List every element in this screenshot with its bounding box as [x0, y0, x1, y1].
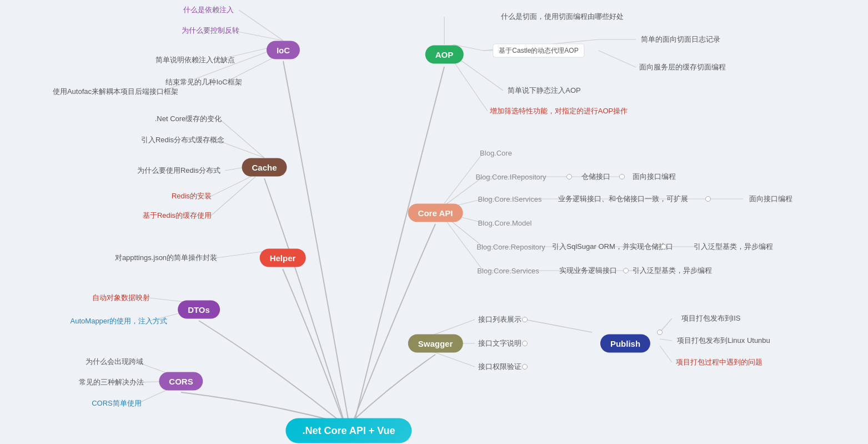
junction-circle [657, 330, 663, 335]
ioc-label-3: 简单说明依赖注入优缺点 [155, 55, 235, 65]
node-ioc[interactable]: IoC [267, 41, 300, 59]
ioc-label-5: 结束常见的几种IoC框架 [165, 77, 242, 87]
node-cache[interactable]: Cache [242, 158, 287, 177]
coreapi-label-3a: 业务逻辑接口、和仓储接口一致，可扩展 [558, 194, 688, 204]
swagger-label: Swagger [418, 339, 453, 348]
cache-label: Cache [252, 163, 277, 172]
publish-label-3: 项目打包过程中遇到的问题 [676, 357, 762, 367]
cache-label-3: 为什么要使用Redis分布式 [137, 166, 220, 176]
aop-label-4: 增加筛选特性功能，对指定的进行AOP操作 [490, 106, 628, 116]
coreapi-label-6: Blog.Core.Services [477, 267, 539, 275]
aop-label: AOP [435, 50, 454, 59]
center-label: .Net Core API + Vue [302, 425, 395, 436]
cache-label-2: 引入Redis分布式缓存概念 [141, 135, 224, 145]
dtos-label-2: AutoMapper的使用，注入方式 [71, 316, 168, 326]
ioc-label-4: 使用Autofac来解耦本项目后端接口框架 [53, 87, 178, 97]
cors-label: CORS [169, 377, 193, 386]
cache-label-1: .Net Core缓存的变化 [155, 114, 222, 124]
coreapi-label-5b: 引入泛型基类，异步编程 [694, 242, 773, 252]
publish-label: Publish [610, 339, 640, 348]
junction-circle [661, 244, 666, 250]
coreapi-label-4: Blog.Core.Model [478, 219, 532, 227]
aop-label-1: 什么是切面，使用切面编程由哪些好处 [501, 12, 624, 22]
helper-label-1: 对appttings.json的简单操作封装 [115, 253, 217, 263]
ioc-label-1: 什么是依赖注入 [183, 5, 234, 15]
swagger-label-3: 接口权限验证 [478, 362, 521, 372]
cache-label-5: 基于Redis的缓存使用 [143, 211, 212, 221]
svg-line-1 [232, 31, 283, 41]
coreapi-label-1: Blog.Core [480, 149, 512, 157]
node-cors[interactable]: CORS [159, 372, 203, 391]
dtos-label: DTOs [188, 305, 210, 315]
svg-line-41 [525, 320, 592, 332]
dtos-label-1: 自动对象数据映射 [92, 293, 150, 303]
aop-label-3: 简单说下静态注入AOP [508, 86, 580, 96]
node-coreapi[interactable]: Core API [408, 204, 463, 222]
coreapi-label: Core API [418, 208, 453, 218]
node-swagger[interactable]: Swagger [408, 335, 463, 353]
aop-box-label: 基于Castle的动态代理AOP [493, 44, 584, 58]
svg-line-17 [211, 177, 255, 216]
node-dtos[interactable]: DTOs [178, 301, 220, 319]
junction-circle [522, 364, 528, 370]
ioc-label-2: 为什么要控制反转 [182, 26, 239, 36]
junction-circle [705, 196, 711, 202]
svg-line-19 [444, 177, 483, 206]
cache-label-4: Redis的安装 [172, 191, 212, 201]
svg-line-12 [453, 60, 488, 111]
coreapi-label-6b: 引入泛型基类，异步编程 [633, 266, 712, 276]
coreapi-label-5: Blog.Core.Repository [476, 243, 545, 251]
mindmap-canvas: .Net Core API + Vue IoC AOP Cache Core A… [0, 0, 868, 444]
publish-label-2: 项目打包发布到Linux Utunbu [677, 336, 770, 346]
node-publish[interactable]: Publish [600, 335, 650, 353]
junction-circle [623, 268, 629, 273]
coreapi-label-2: Blog.Core.IRepository [475, 173, 546, 181]
junction-circle [619, 174, 625, 179]
aop-label-2c: 面向服务层的缓存切面编程 [639, 62, 726, 72]
coreapi-label-2b: 面向接口编程 [633, 172, 676, 182]
cors-label-2: 常见的三种解决办法 [79, 377, 144, 387]
coreapi-label-2a: 仓储接口 [581, 172, 610, 182]
publish-label-1: 项目打包发布到IIS [681, 313, 741, 323]
swagger-label-1: 接口列表展示 [478, 315, 521, 325]
coreapi-label-5a: 引入SqlSugar ORM，并实现仓储接口 [552, 242, 673, 252]
coreapi-label-6a: 实现业务逻辑接口 [559, 266, 617, 276]
svg-line-10 [599, 51, 636, 67]
svg-line-0 [239, 10, 283, 41]
node-aop[interactable]: AOP [425, 46, 464, 64]
coreapi-label-3: Blog.Core.IServices [478, 195, 542, 203]
cors-label-3: CORS简单使用 [92, 398, 142, 408]
svg-line-44 [660, 346, 672, 362]
swagger-label-2: 接口文字说明 [478, 338, 521, 348]
svg-line-43 [660, 339, 672, 341]
ioc-label: IoC [277, 46, 290, 55]
junction-circle [522, 317, 528, 322]
junction-circle [522, 341, 528, 346]
node-helper[interactable]: Helper [260, 249, 306, 267]
svg-line-13 [219, 119, 264, 158]
cors-label-1: 为什么会出现跨域 [86, 357, 143, 367]
coreapi-label-3b: 面向接口编程 [749, 194, 792, 204]
helper-label: Helper [270, 253, 296, 263]
aop-label-2b: 简单的面向切面日志记录 [641, 34, 720, 44]
junction-circle [566, 174, 572, 179]
center-node[interactable]: .Net Core API + Vue [285, 418, 412, 443]
